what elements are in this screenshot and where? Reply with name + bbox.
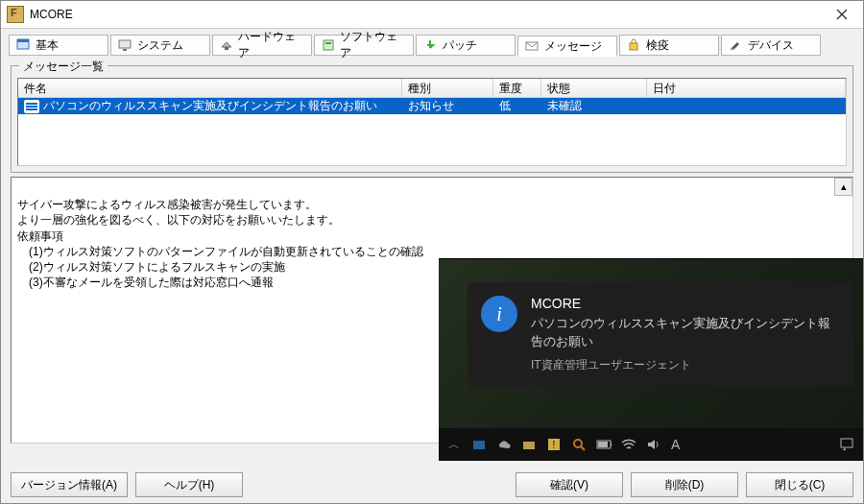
tray-overflow-chevron-icon[interactable]: ︿: [446, 437, 462, 452]
svg-rect-10: [473, 441, 485, 449]
tab-label: 基本: [36, 37, 59, 54]
scroll-up-button[interactable]: ▴: [834, 178, 852, 196]
app-window: MCORE 基本 システム ハードウェア ソフトウェア パッチ メッセージ: [0, 0, 864, 504]
cell-subject-text: パソコンのウィルススキャン実施及びインシデント報告のお願い: [43, 99, 377, 112]
svg-rect-6: [325, 42, 331, 44]
tab-label: ソフトウェア: [340, 29, 407, 61]
tab-system[interactable]: システム: [110, 35, 210, 56]
toast-app: MCORE: [531, 296, 838, 311]
svg-rect-18: [598, 442, 608, 447]
tray-app-icon[interactable]: [471, 437, 487, 452]
listview-header: 件名 種別 重度 状態 日付: [18, 79, 846, 98]
cell-subject: パソコンのウィルススキャン実施及びインシデント報告のお願い: [18, 98, 402, 114]
tab-basic[interactable]: 基本: [9, 35, 108, 56]
software-icon: [321, 37, 335, 53]
cell-type: お知らせ: [402, 98, 493, 114]
tab-patch[interactable]: パッチ: [416, 35, 516, 56]
svg-rect-4: [225, 47, 228, 50]
tray-right: [840, 437, 855, 452]
tab-quarantine[interactable]: 検疫: [619, 35, 719, 56]
tray-alert-icon[interactable]: !: [546, 437, 562, 452]
title-bar: MCORE: [1, 1, 863, 29]
message-icon: [524, 38, 540, 54]
chevron-up-icon: ▴: [841, 180, 847, 194]
toast-message: パソコンのウィルススキャン実施及びインシデント報告のお願い: [531, 315, 838, 351]
svg-point-14: [574, 440, 582, 447]
tab-software[interactable]: ソフトウェア: [314, 35, 414, 56]
hardware-icon: [219, 37, 233, 53]
tab-label: システム: [137, 37, 183, 54]
toast-body: MCORE パソコンのウィルススキャン実施及びインシデント報告のお願い IT資産…: [531, 296, 838, 373]
tab-strip: 基本 システム ハードウェア ソフトウェア パッチ メッセージ 検疫 デバイス: [1, 29, 863, 56]
tab-hardware[interactable]: ハードウェア: [212, 35, 312, 56]
tray-cloud-icon[interactable]: [496, 437, 512, 452]
cell-severity: 低: [493, 98, 541, 114]
table-row[interactable]: パソコンのウィルススキャン実施及びインシデント報告のお願い お知らせ 低 未確認: [18, 98, 846, 114]
svg-rect-8: [630, 43, 637, 50]
tab-label: メッセージ: [544, 38, 602, 55]
message-listview[interactable]: 件名 種別 重度 状態 日付 パソコンのウィルススキャン実施及びインシデント報告…: [17, 78, 847, 166]
col-state[interactable]: 状態: [541, 79, 647, 97]
svg-text:!: !: [553, 440, 556, 450]
cell-state: 未確認: [541, 98, 647, 114]
tab-label: デバイス: [748, 37, 794, 54]
window-close-button[interactable]: [827, 5, 857, 24]
tray-battery-icon[interactable]: [596, 437, 612, 452]
tray-search-icon[interactable]: [571, 437, 587, 452]
version-info-button[interactable]: バージョン情報(A): [11, 472, 128, 497]
col-subject[interactable]: 件名: [18, 79, 402, 97]
col-date[interactable]: 日付: [647, 79, 846, 97]
spacer: [251, 472, 508, 497]
tab-label: 検疫: [646, 37, 669, 54]
col-type[interactable]: 種別: [402, 79, 493, 97]
tab-message[interactable]: メッセージ: [517, 36, 617, 57]
tab-device[interactable]: デバイス: [721, 35, 821, 56]
svg-rect-17: [611, 443, 612, 446]
tray-folder-icon[interactable]: [521, 437, 537, 452]
info-icon: i: [481, 296, 517, 332]
svg-rect-1: [17, 39, 29, 42]
svg-rect-2: [119, 40, 131, 48]
tab-label: ハードウェア: [238, 29, 305, 61]
app-icon: [7, 6, 24, 23]
system-icon: [117, 37, 132, 53]
svg-line-15: [581, 446, 585, 450]
svg-rect-9: [731, 48, 733, 50]
notification-toast[interactable]: i MCORE パソコンのウィルススキャン実施及びインシデント報告のお願い IT…: [468, 282, 853, 387]
delete-button[interactable]: 削除(D): [631, 472, 738, 497]
tray-volume-icon[interactable]: [646, 437, 661, 452]
close-icon: [836, 9, 848, 20]
action-center-icon[interactable]: [840, 437, 855, 452]
device-icon: [728, 37, 743, 53]
svg-rect-5: [324, 40, 333, 50]
help-button[interactable]: ヘルプ(H): [135, 472, 243, 497]
toast-source: IT資産管理ユーザエージェント: [531, 357, 838, 373]
svg-rect-19: [841, 439, 852, 447]
quarantine-icon: [626, 37, 641, 53]
taskbar: ︿ ! A: [439, 428, 863, 461]
desktop-overlay: i MCORE パソコンのウィルススキャン実施及びインシデント報告のお願い IT…: [439, 258, 863, 461]
footer-bar: バージョン情報(A) ヘルプ(H) 確認(V) 削除(D) 閉じる(C): [1, 472, 863, 497]
tab-label: パッチ: [443, 37, 477, 54]
group-legend: メッセージ一覧: [19, 59, 108, 75]
basic-icon: [15, 37, 31, 53]
col-severity[interactable]: 重度: [493, 79, 541, 97]
svg-rect-3: [123, 49, 127, 51]
confirm-button[interactable]: 確認(V): [516, 472, 623, 497]
tray-ime-indicator[interactable]: A: [671, 437, 680, 452]
patch-icon: [422, 37, 438, 53]
close-button[interactable]: 閉じる(C): [746, 472, 853, 497]
message-body: サイバー攻撃によるウィルス感染被害が発生しています。 より一層の強化を図るべく、…: [17, 198, 423, 289]
mail-icon: [24, 100, 39, 113]
window-title: MCORE: [30, 8, 827, 21]
message-list-group: メッセージ一覧 件名 種別 重度 状態 日付 パソコンのウィルススキャン実施及び…: [11, 65, 853, 173]
svg-rect-11: [523, 442, 535, 449]
tray-wifi-icon[interactable]: [621, 437, 636, 452]
